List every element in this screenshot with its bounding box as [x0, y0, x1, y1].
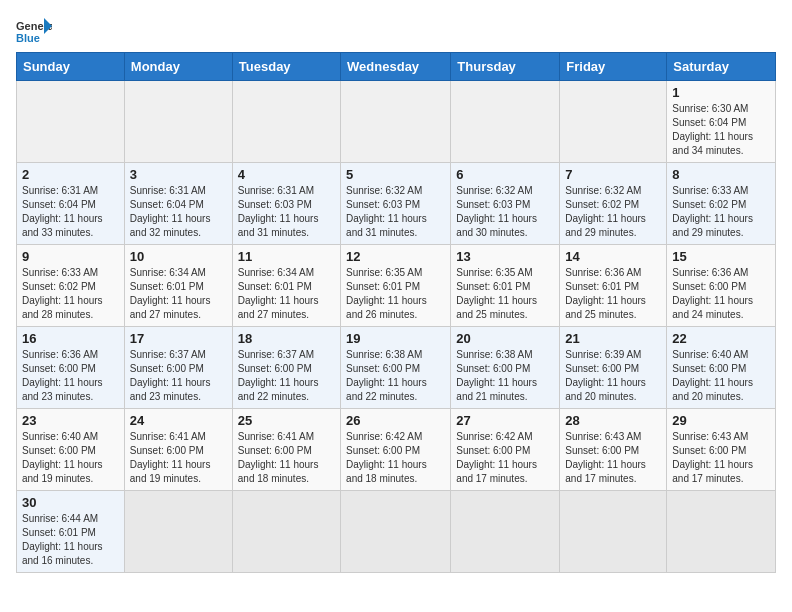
calendar-cell: 1Sunrise: 6:30 AM Sunset: 6:04 PM Daylig…: [667, 81, 776, 163]
day-number: 23: [22, 413, 119, 428]
logo: General Blue: [16, 16, 52, 44]
day-info: Sunrise: 6:37 AM Sunset: 6:00 PM Dayligh…: [130, 348, 227, 404]
calendar-week-row: 16Sunrise: 6:36 AM Sunset: 6:00 PM Dayli…: [17, 327, 776, 409]
calendar-cell: [17, 81, 125, 163]
weekday-header-wednesday: Wednesday: [341, 53, 451, 81]
day-number: 29: [672, 413, 770, 428]
calendar-cell: [341, 81, 451, 163]
day-number: 26: [346, 413, 445, 428]
day-number: 28: [565, 413, 661, 428]
day-info: Sunrise: 6:42 AM Sunset: 6:00 PM Dayligh…: [346, 430, 445, 486]
calendar-cell: 29Sunrise: 6:43 AM Sunset: 6:00 PM Dayli…: [667, 409, 776, 491]
calendar-cell: 21Sunrise: 6:39 AM Sunset: 6:00 PM Dayli…: [560, 327, 667, 409]
day-info: Sunrise: 6:30 AM Sunset: 6:04 PM Dayligh…: [672, 102, 770, 158]
calendar-cell: [232, 81, 340, 163]
day-number: 14: [565, 249, 661, 264]
day-number: 12: [346, 249, 445, 264]
day-info: Sunrise: 6:44 AM Sunset: 6:01 PM Dayligh…: [22, 512, 119, 568]
day-info: Sunrise: 6:32 AM Sunset: 6:03 PM Dayligh…: [456, 184, 554, 240]
calendar-week-row: 23Sunrise: 6:40 AM Sunset: 6:00 PM Dayli…: [17, 409, 776, 491]
calendar-cell: 3Sunrise: 6:31 AM Sunset: 6:04 PM Daylig…: [124, 163, 232, 245]
day-info: Sunrise: 6:34 AM Sunset: 6:01 PM Dayligh…: [130, 266, 227, 322]
day-info: Sunrise: 6:43 AM Sunset: 6:00 PM Dayligh…: [565, 430, 661, 486]
day-number: 8: [672, 167, 770, 182]
calendar-cell: 12Sunrise: 6:35 AM Sunset: 6:01 PM Dayli…: [341, 245, 451, 327]
calendar-cell: 10Sunrise: 6:34 AM Sunset: 6:01 PM Dayli…: [124, 245, 232, 327]
day-info: Sunrise: 6:35 AM Sunset: 6:01 PM Dayligh…: [456, 266, 554, 322]
day-number: 9: [22, 249, 119, 264]
day-number: 21: [565, 331, 661, 346]
calendar-cell: [451, 491, 560, 573]
calendar-week-row: 2Sunrise: 6:31 AM Sunset: 6:04 PM Daylig…: [17, 163, 776, 245]
day-info: Sunrise: 6:41 AM Sunset: 6:00 PM Dayligh…: [238, 430, 335, 486]
calendar-cell: [560, 491, 667, 573]
day-info: Sunrise: 6:31 AM Sunset: 6:03 PM Dayligh…: [238, 184, 335, 240]
day-number: 20: [456, 331, 554, 346]
calendar-cell: [341, 491, 451, 573]
calendar-cell: 27Sunrise: 6:42 AM Sunset: 6:00 PM Dayli…: [451, 409, 560, 491]
day-number: 16: [22, 331, 119, 346]
day-number: 27: [456, 413, 554, 428]
day-number: 3: [130, 167, 227, 182]
day-info: Sunrise: 6:36 AM Sunset: 6:00 PM Dayligh…: [672, 266, 770, 322]
day-info: Sunrise: 6:42 AM Sunset: 6:00 PM Dayligh…: [456, 430, 554, 486]
calendar-week-row: 9Sunrise: 6:33 AM Sunset: 6:02 PM Daylig…: [17, 245, 776, 327]
calendar-table: SundayMondayTuesdayWednesdayThursdayFrid…: [16, 52, 776, 573]
weekday-header-monday: Monday: [124, 53, 232, 81]
day-info: Sunrise: 6:39 AM Sunset: 6:00 PM Dayligh…: [565, 348, 661, 404]
day-info: Sunrise: 6:40 AM Sunset: 6:00 PM Dayligh…: [672, 348, 770, 404]
day-info: Sunrise: 6:34 AM Sunset: 6:01 PM Dayligh…: [238, 266, 335, 322]
day-number: 24: [130, 413, 227, 428]
calendar-cell: 2Sunrise: 6:31 AM Sunset: 6:04 PM Daylig…: [17, 163, 125, 245]
day-number: 10: [130, 249, 227, 264]
day-number: 7: [565, 167, 661, 182]
day-number: 17: [130, 331, 227, 346]
day-number: 30: [22, 495, 119, 510]
day-number: 6: [456, 167, 554, 182]
day-info: Sunrise: 6:41 AM Sunset: 6:00 PM Dayligh…: [130, 430, 227, 486]
calendar-cell: [124, 81, 232, 163]
calendar-cell: [124, 491, 232, 573]
weekday-header-friday: Friday: [560, 53, 667, 81]
day-number: 25: [238, 413, 335, 428]
calendar-week-row: 1Sunrise: 6:30 AM Sunset: 6:04 PM Daylig…: [17, 81, 776, 163]
day-info: Sunrise: 6:37 AM Sunset: 6:00 PM Dayligh…: [238, 348, 335, 404]
calendar-cell: 26Sunrise: 6:42 AM Sunset: 6:00 PM Dayli…: [341, 409, 451, 491]
calendar-cell: 23Sunrise: 6:40 AM Sunset: 6:00 PM Dayli…: [17, 409, 125, 491]
calendar-cell: 19Sunrise: 6:38 AM Sunset: 6:00 PM Dayli…: [341, 327, 451, 409]
calendar-cell: 4Sunrise: 6:31 AM Sunset: 6:03 PM Daylig…: [232, 163, 340, 245]
calendar-week-row: 30Sunrise: 6:44 AM Sunset: 6:01 PM Dayli…: [17, 491, 776, 573]
day-info: Sunrise: 6:40 AM Sunset: 6:00 PM Dayligh…: [22, 430, 119, 486]
weekday-header-saturday: Saturday: [667, 53, 776, 81]
day-number: 11: [238, 249, 335, 264]
day-info: Sunrise: 6:31 AM Sunset: 6:04 PM Dayligh…: [22, 184, 119, 240]
calendar-cell: 28Sunrise: 6:43 AM Sunset: 6:00 PM Dayli…: [560, 409, 667, 491]
calendar-cell: 13Sunrise: 6:35 AM Sunset: 6:01 PM Dayli…: [451, 245, 560, 327]
calendar-cell: 20Sunrise: 6:38 AM Sunset: 6:00 PM Dayli…: [451, 327, 560, 409]
calendar-cell: 11Sunrise: 6:34 AM Sunset: 6:01 PM Dayli…: [232, 245, 340, 327]
day-number: 13: [456, 249, 554, 264]
svg-text:Blue: Blue: [16, 32, 40, 44]
day-info: Sunrise: 6:36 AM Sunset: 6:01 PM Dayligh…: [565, 266, 661, 322]
calendar-cell: 8Sunrise: 6:33 AM Sunset: 6:02 PM Daylig…: [667, 163, 776, 245]
weekday-header-row: SundayMondayTuesdayWednesdayThursdayFrid…: [17, 53, 776, 81]
logo-icon: General Blue: [16, 16, 52, 44]
calendar-cell: 15Sunrise: 6:36 AM Sunset: 6:00 PM Dayli…: [667, 245, 776, 327]
day-info: Sunrise: 6:32 AM Sunset: 6:02 PM Dayligh…: [565, 184, 661, 240]
day-info: Sunrise: 6:38 AM Sunset: 6:00 PM Dayligh…: [456, 348, 554, 404]
day-info: Sunrise: 6:43 AM Sunset: 6:00 PM Dayligh…: [672, 430, 770, 486]
calendar-cell: 18Sunrise: 6:37 AM Sunset: 6:00 PM Dayli…: [232, 327, 340, 409]
day-info: Sunrise: 6:35 AM Sunset: 6:01 PM Dayligh…: [346, 266, 445, 322]
day-info: Sunrise: 6:33 AM Sunset: 6:02 PM Dayligh…: [22, 266, 119, 322]
calendar-cell: 5Sunrise: 6:32 AM Sunset: 6:03 PM Daylig…: [341, 163, 451, 245]
day-number: 15: [672, 249, 770, 264]
day-info: Sunrise: 6:36 AM Sunset: 6:00 PM Dayligh…: [22, 348, 119, 404]
day-info: Sunrise: 6:31 AM Sunset: 6:04 PM Dayligh…: [130, 184, 227, 240]
day-info: Sunrise: 6:33 AM Sunset: 6:02 PM Dayligh…: [672, 184, 770, 240]
day-number: 1: [672, 85, 770, 100]
calendar-cell: 7Sunrise: 6:32 AM Sunset: 6:02 PM Daylig…: [560, 163, 667, 245]
calendar-cell: 16Sunrise: 6:36 AM Sunset: 6:00 PM Dayli…: [17, 327, 125, 409]
calendar-cell: [667, 491, 776, 573]
calendar-cell: [560, 81, 667, 163]
calendar-cell: 17Sunrise: 6:37 AM Sunset: 6:00 PM Dayli…: [124, 327, 232, 409]
